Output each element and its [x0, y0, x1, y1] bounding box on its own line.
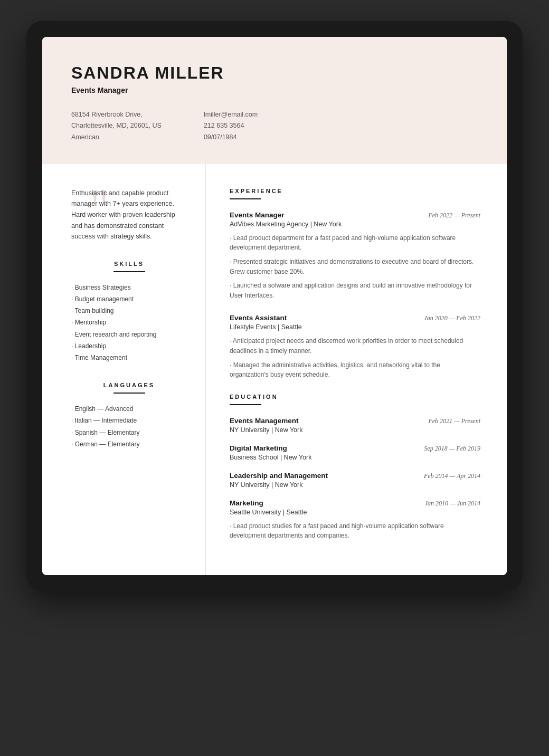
resume-document: SANDRA MILLER Events Manager 68154 River… [42, 37, 507, 575]
candidate-name: SANDRA MILLER [71, 63, 478, 83]
job-header: Events Manager Feb 2022 — Present [230, 211, 480, 219]
job-date: Jan 2020 — Feb 2022 [424, 314, 480, 322]
edu-header: Digital Marketing Sep 2018 — Feb 2019 [230, 444, 480, 453]
languages-divider [113, 393, 145, 394]
edu-school: Seattle University | Seattle [230, 509, 480, 516]
experience-divider [230, 198, 261, 199]
job-date: Feb 2022 — Present [428, 212, 480, 219]
edu-date: Jan 2010 — Jun 2014 [425, 500, 480, 508]
header-section: SANDRA MILLER Events Manager 68154 River… [42, 37, 507, 164]
edu-header: Leadership and Management Feb 2014 — Apr… [230, 472, 480, 480]
contact-row: 68154 Riverbrook Drive, Charlottesville,… [71, 109, 478, 143]
edu-block: Events Management Feb 2021 — Present NY … [230, 417, 480, 434]
skills-section-title: SKILLS [71, 261, 187, 267]
edu-header: Events Management Feb 2021 — Present [230, 417, 480, 425]
job-block: Events Manager Feb 2022 — Present AdVibe… [230, 211, 480, 301]
list-item: Spanish — Elementary [71, 427, 187, 438]
job-title: Events Assistant [230, 314, 287, 322]
list-item: Mentorship [71, 317, 187, 328]
list-item: English — Advanced [71, 403, 187, 415]
list-item: Team building [71, 305, 187, 317]
edu-block: Leadership and Management Feb 2014 — Apr… [230, 472, 480, 489]
body-section: " Enthusiastic and capable product manag… [42, 164, 507, 575]
education-section-title: EDUCATION [230, 394, 480, 400]
edu-block: Digital Marketing Sep 2018 — Feb 2019 Bu… [230, 444, 480, 461]
left-column: " Enthusiastic and capable product manag… [42, 164, 206, 575]
job-bullet: Anticipated project needs and discerned … [230, 336, 480, 356]
education-section: EDUCATION Events Management Feb 2021 — P… [230, 394, 480, 541]
job-company: Lifestyle Events | Seattle [230, 323, 480, 331]
education-divider [230, 404, 261, 405]
dob: 09/07/1984 [204, 132, 258, 143]
edu-school: NY University | New York [230, 426, 480, 434]
edu-bullet: Lead product studies for a fast paced an… [230, 521, 480, 541]
phone: 212 635 3564 [204, 120, 258, 131]
list-item: Event research and reporting [71, 329, 187, 340]
candidate-title: Events Manager [71, 86, 478, 94]
right-column: EXPERIENCE Events Manager Feb 2022 — Pre… [206, 164, 507, 575]
job-company: AdVibes Marketing Agency | New York [230, 221, 480, 228]
edu-degree: Digital Marketing [230, 444, 287, 452]
job-bullet: Launched a sofware and application desig… [230, 281, 480, 300]
job-block: Events Assistant Jan 2020 — Feb 2022 Lif… [230, 314, 480, 379]
nationality: American [71, 132, 162, 143]
job-title: Events Manager [230, 211, 285, 219]
address-line1: 68154 Riverbrook Drive, [71, 109, 162, 120]
list-item: German — Elementary [71, 438, 187, 450]
job-bullet: Lead product department for a fast paced… [230, 233, 480, 253]
email: lmiller@email.com [204, 109, 258, 120]
edu-school: NY University | New York [230, 481, 480, 489]
languages-section-title: LANGUAGES [71, 382, 187, 388]
edu-date: Feb 2021 — Present [428, 417, 480, 425]
contact-right: lmiller@email.com 212 635 3564 09/07/198… [204, 109, 258, 143]
job-bullet: Presented strategic initiatives and demo… [230, 257, 480, 276]
edu-school: Business School | New York [230, 454, 480, 461]
experience-section-title: EXPERIENCE [230, 188, 480, 194]
edu-date: Sep 2018 — Feb 2019 [424, 445, 480, 453]
languages-list: English — Advanced Italian — Intermediat… [71, 403, 187, 450]
job-header: Events Assistant Jan 2020 — Feb 2022 [230, 314, 480, 322]
summary-text: Enthusiastic and capable product manager… [71, 188, 187, 242]
edu-degree: Leadership and Management [230, 472, 328, 480]
address-line2: Charlottesville, MD, 20601, US [71, 120, 162, 131]
edu-degree: Marketing [230, 499, 263, 507]
list-item: Business Strategies [71, 282, 187, 293]
skills-divider [113, 271, 145, 272]
list-item: Leadership [71, 340, 187, 352]
job-bullet: Managed the administrative activities, l… [230, 360, 480, 380]
tablet-frame: SANDRA MILLER Events Manager 68154 River… [26, 21, 523, 591]
edu-header: Marketing Jan 2010 — Jun 2014 [230, 499, 480, 508]
list-item: Italian — Intermediate [71, 415, 187, 426]
contact-left: 68154 Riverbrook Drive, Charlottesville,… [71, 109, 162, 143]
edu-date: Feb 2014 — Apr 2014 [424, 472, 480, 480]
edu-block: Marketing Jan 2010 — Jun 2014 Seattle Un… [230, 499, 480, 541]
skills-list: Business Strategies Budget management Te… [71, 282, 187, 363]
list-item: Budget management [71, 293, 187, 305]
edu-degree: Events Management [230, 417, 299, 425]
list-item: Time Management [71, 352, 187, 363]
